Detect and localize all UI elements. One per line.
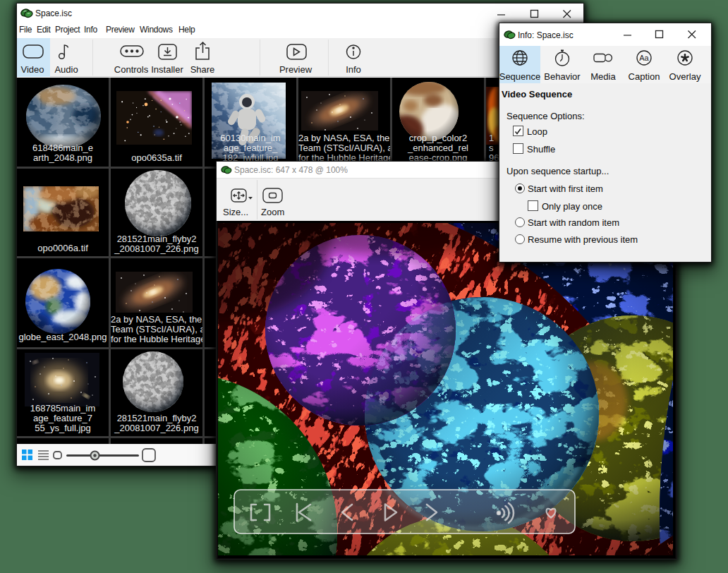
svg-text:Aa: Aa [639,54,649,62]
